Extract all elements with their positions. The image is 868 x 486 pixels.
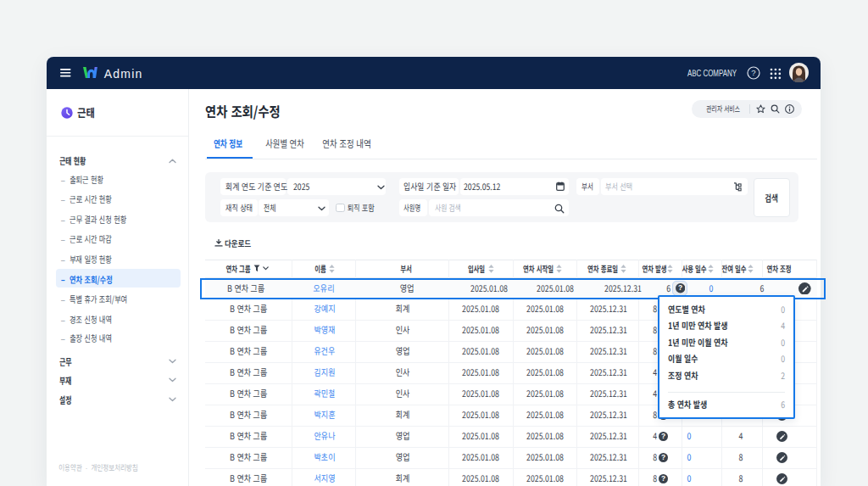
svg-text:?: ? — [661, 474, 665, 483]
svg-text:?: ? — [661, 432, 665, 440]
svg-text:?: ? — [678, 284, 682, 293]
svg-text:?: ? — [751, 68, 755, 77]
svg-text:?: ? — [661, 453, 665, 461]
